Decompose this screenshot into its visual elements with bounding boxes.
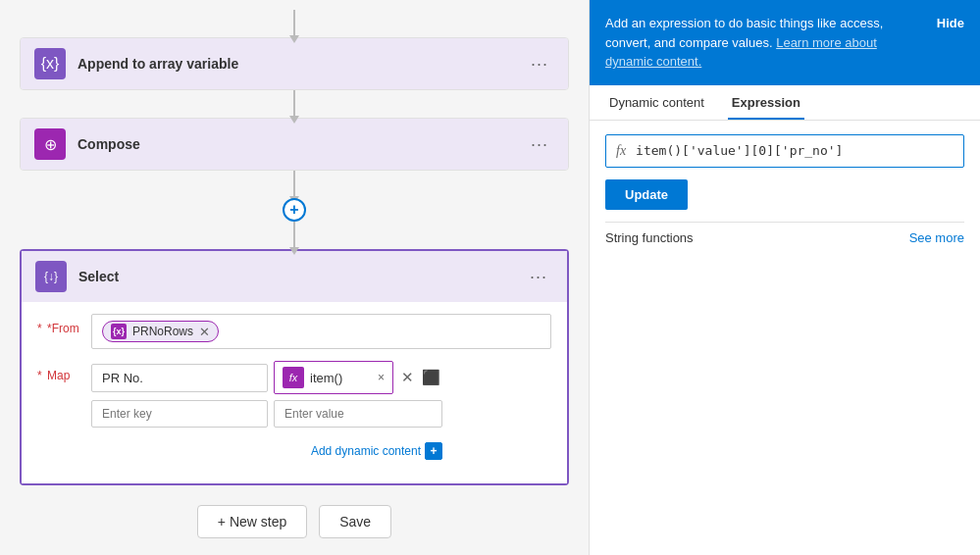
select-card: {↓} Select ··· * *From {x} PRNoRows ✕ <box>20 249 569 485</box>
add-dynamic-plus-icon: + <box>425 442 442 460</box>
expression-text[interactable]: item()['value'][0]['pr_no'] <box>636 143 954 158</box>
update-button[interactable]: Update <box>605 179 688 210</box>
right-panel: Add an expression to do basic things lik… <box>589 0 980 555</box>
delete-row-btn[interactable]: ✕ <box>399 367 416 388</box>
canvas: {x} Append to array variable ··· ⊕ Compo… <box>0 0 589 555</box>
map-key-input[interactable] <box>91 364 268 392</box>
expression-input-box[interactable]: fx item()['value'][0]['pr_no'] <box>605 134 964 168</box>
from-label: * *From <box>37 314 91 335</box>
see-more-button[interactable]: See more <box>909 230 964 245</box>
add-dynamic-area: Add dynamic content + <box>91 441 442 460</box>
string-functions-row: String functions See more <box>605 222 964 245</box>
token-close-btn[interactable]: ✕ <box>199 325 210 339</box>
select-title: Select <box>78 269 524 284</box>
map-fields: fx item() × ✕ ⬛ <box>91 361 442 460</box>
from-token-input[interactable]: {x} PRNoRows ✕ <box>91 314 551 349</box>
bottom-actions: + New step Save <box>197 505 391 538</box>
fx-label: fx <box>616 143 626 159</box>
map-label: * Map <box>37 361 91 382</box>
new-step-button[interactable]: + New step <box>197 505 307 538</box>
map-row-empty <box>91 400 442 428</box>
append-array-icon: {x} <box>34 48 66 79</box>
append-array-card: {x} Append to array variable ··· <box>20 37 569 90</box>
panel-header-text: Add an expression to do basic things lik… <box>605 14 925 72</box>
compose-icon: ⊕ <box>34 128 66 160</box>
value-close-btn[interactable]: × <box>378 371 385 384</box>
connector-2: + <box>283 171 306 249</box>
empty-key-input[interactable] <box>91 400 268 428</box>
from-field-row: * *From {x} PRNoRows ✕ <box>37 314 551 349</box>
map-row-1: fx item() × ✕ ⬛ <box>91 361 442 394</box>
compose-card: ⊕ Compose ··· <box>20 118 569 171</box>
tab-dynamic-content[interactable]: Dynamic content <box>605 85 708 120</box>
compose-menu[interactable]: ··· <box>525 130 554 159</box>
append-array-header: {x} Append to array variable ··· <box>21 38 568 89</box>
compose-title: Compose <box>77 136 525 152</box>
string-functions-label: String functions <box>605 230 694 245</box>
panel-body: fx item()['value'][0]['pr_no'] Update St… <box>590 121 980 556</box>
select-menu[interactable]: ··· <box>524 263 553 291</box>
fx-icon: fx <box>283 367 304 388</box>
panel-tabs: Dynamic content Expression <box>590 85 980 121</box>
copy-row-btn[interactable]: ⬛ <box>420 367 442 388</box>
empty-value-input[interactable] <box>274 400 442 428</box>
arrow-down-top <box>293 10 295 37</box>
hide-button[interactable]: Hide <box>937 14 964 30</box>
token-icon: {x} <box>111 324 127 339</box>
arrow-2a <box>293 171 295 198</box>
add-dynamic-btn[interactable]: Add dynamic content + <box>311 442 442 460</box>
arrow-1 <box>293 90 295 118</box>
append-array-title: Append to array variable <box>77 56 525 72</box>
connector-1 <box>293 90 295 118</box>
compose-header: ⊕ Compose ··· <box>21 119 568 170</box>
panel-header: Add an expression to do basic things lik… <box>590 0 980 85</box>
map-row-actions: ✕ ⬛ <box>399 367 442 388</box>
prnorows-token: {x} PRNoRows ✕ <box>102 321 219 342</box>
select-header: {↓} Select ··· <box>22 251 567 302</box>
select-icon: {↓} <box>35 261 67 292</box>
select-body: * *From {x} PRNoRows ✕ * Map <box>22 302 567 483</box>
tab-expression[interactable]: Expression <box>728 85 804 120</box>
append-array-menu[interactable]: ··· <box>525 50 554 78</box>
save-button[interactable]: Save <box>319 505 391 538</box>
top-connector <box>293 0 295 37</box>
arrow-2b <box>293 222 295 249</box>
map-value-token[interactable]: fx item() × <box>274 361 393 394</box>
add-step-btn[interactable]: + <box>283 198 306 222</box>
map-field-row: * Map fx item() × ✕ <box>37 361 551 460</box>
